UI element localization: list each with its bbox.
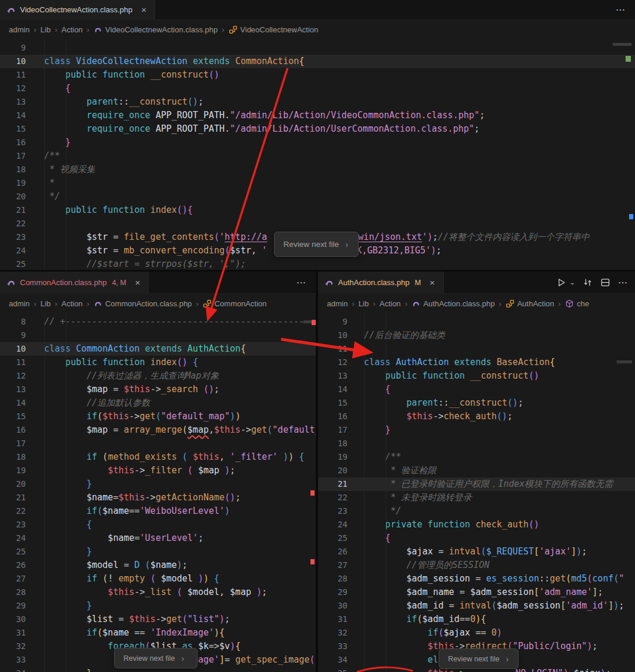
line-number: 12 [318,356,347,369]
close-icon[interactable]: × [133,278,142,287]
line-number: 13 [318,369,347,383]
breadcrumb-separator: › [87,25,89,34]
code-line: 21 public function index(){ [0,203,635,217]
code-line: 13 $map = $this->_search (); [0,383,316,396]
tab-authaction[interactable]: AuthAction.class.php M × [318,272,444,293]
code-line: 9 [0,329,316,342]
more-actions-icon[interactable]: ⋯ [290,276,312,289]
line-number: 22 [318,491,347,504]
breadcrumb-item[interactable]: che [565,299,589,308]
breadcrumb: admin›Lib›Action›AuthAction.class.php›Au… [318,294,635,313]
line-number: 9 [0,329,26,342]
line-number: 34 [318,653,347,667]
code-line: 14 { [318,383,635,396]
code-line: 18 [318,437,635,450]
breadcrumb-separator: › [87,299,89,308]
breadcrumb-item[interactable]: CommonAction [203,299,267,308]
breadcrumb-separator: › [559,299,561,308]
breadcrumb-item[interactable]: Action [379,299,400,308]
code-line: 19 /** [318,450,635,464]
code-line: 19 * [0,176,635,190]
line-number: 21 [0,203,26,217]
breadcrumb-item[interactable]: Lib [359,299,369,308]
line-number: 19 [318,450,347,464]
code-line: 18 * 视频采集 [0,163,635,176]
code-line: 10class CommonAction extends AuthAction{ [0,342,316,356]
code-line: 11 public function index() { [0,356,316,369]
line-number: 15 [0,410,26,423]
line-number: 34 [0,667,26,672]
breadcrumb-separator: › [352,299,354,308]
code-editor-left[interactable]: 8// +-----------------------------------… [0,313,316,672]
php-icon [412,299,420,308]
breadcrumb-item[interactable]: admin [9,25,29,34]
code-line: 25 //$start = strrpos($str, ',"); [0,258,635,270]
chevron-right-icon: › [346,240,349,249]
code-line: 14 require_once APP_ROOT_PATH."/admin/Li… [0,109,635,122]
line-number: 29 [0,599,26,613]
run-dropdown-icon[interactable]: ⌄ [570,279,575,286]
line-number: 9 [0,41,26,55]
breadcrumb-item[interactable]: CommonAction.class.php [93,299,192,308]
class-icon [506,299,514,308]
breadcrumb-item[interactable]: VideoCollectnewAction [229,25,319,34]
tab-modified-badge: M [415,279,420,287]
line-number: 25 [318,531,347,545]
breadcrumb-item[interactable]: admin [9,299,29,308]
line-number: 11 [0,68,26,82]
line-number: 18 [0,163,26,176]
line-number: 18 [0,450,26,464]
code-line: 23 { [0,518,316,531]
line-number: 15 [318,396,347,410]
breadcrumb-item[interactable]: AuthAction.class.php [412,299,494,308]
breadcrumb-item[interactable]: Lib [41,25,51,34]
code-line: 32 if($ajax == 0) [318,626,635,640]
code-editor-right[interactable]: 910//后台验证的基础类1112class AuthAction extend… [318,313,635,672]
split-editor-icon[interactable] [600,278,610,287]
line-number: 17 [0,149,26,163]
code-line: 21 * 已登录时验证用户权限，Index模块下的所有函数无需 [318,477,635,491]
breadcrumb-item[interactable]: VideoCollectnewAction.class.php [93,25,218,34]
close-icon[interactable]: × [139,5,148,15]
line-number: 31 [0,626,26,640]
run-icon[interactable] [556,278,566,287]
review-next-file-button[interactable]: Review next file › [439,648,519,669]
line-number: 26 [0,559,26,572]
line-number: 10 [0,55,26,68]
breadcrumb-item[interactable]: AuthAction [506,299,554,308]
php-icon [6,278,16,287]
code-line: 12class AuthAction extends BaseAction{ [318,356,635,369]
open-changes-icon[interactable] [583,278,593,287]
breadcrumb-item[interactable]: Action [61,299,82,308]
scrollbar-thumb[interactable] [617,360,632,363]
review-next-file-button[interactable]: Review next file › [114,648,198,668]
breadcrumb-item[interactable]: Action [61,25,82,34]
line-number: 21 [318,477,347,491]
more-actions-icon[interactable]: ⋯ [610,3,631,16]
line-number: 10 [0,342,26,356]
line-number: 13 [0,383,26,396]
code-line: 24 $name='UserLevel'; [0,531,316,545]
php-icon [325,278,334,287]
tab-bar-left: CommonAction.class.php 4, M × ⋯ [0,272,316,294]
review-next-file-button[interactable]: Review next file › [274,232,359,257]
line-number: 32 [318,626,347,640]
code-line: 28 $adm_session = es_session::get(md5(co… [318,572,635,586]
tab-videocollectnewaction[interactable]: VideoCollectnewAction.class.php × [0,0,155,19]
class-icon [229,25,238,34]
more-icon[interactable]: ⋯ [618,277,628,288]
code-line: 21 $name=$this->getActionName(); [0,491,316,504]
line-number: 12 [0,82,26,95]
tab-commonaction[interactable]: CommonAction.class.php 4, M × [0,272,149,293]
line-number: 29 [318,586,347,599]
line-number: 20 [318,464,347,477]
breadcrumb-item[interactable]: admin [327,299,347,308]
close-icon[interactable]: × [428,278,437,287]
code-line: 30 $list = $this->get("list"); [0,613,316,626]
breadcrumb-item[interactable]: Lib [41,299,51,308]
scrollbar-thumb[interactable] [613,43,631,46]
line-number: 22 [0,504,26,518]
line-number: 31 [318,613,347,626]
code-line: 15 if($this->get("default_map")) [0,410,316,423]
line-number: 11 [0,356,26,369]
